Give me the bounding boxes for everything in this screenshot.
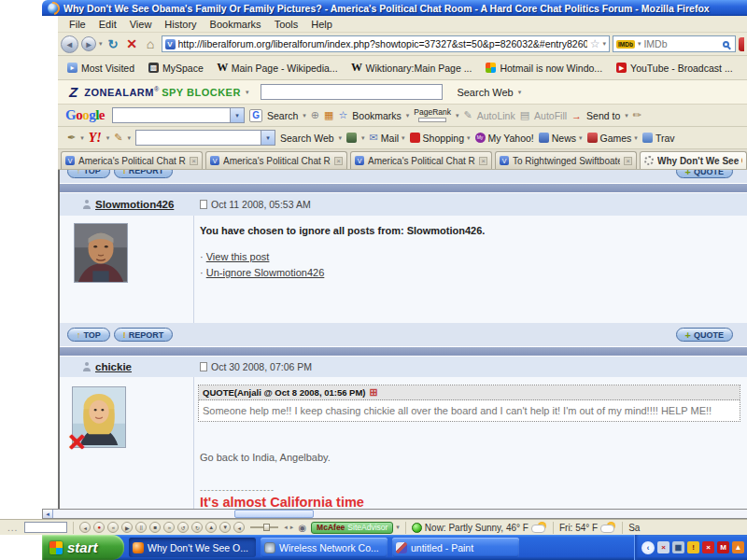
volume-mute-icon[interactable]: ◂ bbox=[233, 522, 245, 533]
taskbar-task-firefox[interactable]: Why Don't We See O... bbox=[129, 538, 256, 557]
player-shuffle-icon[interactable]: ↻ bbox=[191, 522, 203, 533]
pagerank-dropdown-icon[interactable]: ▾ bbox=[456, 112, 459, 119]
zonealarm-search-dropdown-icon[interactable]: ▾ bbox=[518, 89, 522, 96]
report-button[interactable]: !REPORT bbox=[114, 170, 174, 178]
google-g-icon[interactable]: G bbox=[249, 109, 262, 122]
security-warning-icon[interactable]: ! bbox=[687, 541, 699, 553]
player-rewind-icon[interactable]: « bbox=[107, 522, 119, 533]
player-play-icon[interactable]: ▶ bbox=[121, 522, 133, 533]
expand-quote-icon[interactable]: ⊞ bbox=[370, 388, 378, 397]
yahoo-search-input[interactable] bbox=[136, 131, 261, 145]
eye-icon[interactable]: ◉ bbox=[298, 523, 306, 533]
bookmark-star-icon[interactable]: ☆ bbox=[590, 37, 600, 50]
post1-author-link[interactable]: Slowmotion426 bbox=[95, 199, 174, 210]
url-dropdown-icon[interactable]: ▾ bbox=[602, 40, 606, 48]
bookmark-myspace[interactable]: ▩MySpace bbox=[148, 63, 204, 74]
view-this-post-link[interactable]: View this post bbox=[206, 251, 270, 262]
pencil-dropdown-icon[interactable]: ▾ bbox=[127, 134, 131, 142]
player-down-icon[interactable]: ▼ bbox=[219, 522, 231, 533]
bookmark-wikipedia[interactable]: WMain Page - Wikipedia... bbox=[218, 63, 338, 74]
highlighter-icon[interactable]: ✏ bbox=[633, 109, 641, 121]
menu-view[interactable]: View bbox=[123, 18, 159, 31]
post2-author-link[interactable]: chickie bbox=[95, 361, 132, 372]
collapse-chevron-icon[interactable]: ‹ bbox=[641, 541, 655, 554]
bookmark-most-visited[interactable]: ▸Most Visited bbox=[67, 63, 134, 74]
google-sendto-button[interactable]: Send to bbox=[586, 110, 620, 121]
menu-history[interactable]: History bbox=[158, 18, 203, 31]
yahoo-travel-button[interactable]: Trav bbox=[642, 133, 675, 144]
weather-friday[interactable]: Fri: 54° F bbox=[559, 523, 598, 533]
bookmark-youtube[interactable]: ▶YouTube - Broadcast ... bbox=[616, 63, 733, 74]
shield-icon[interactable] bbox=[346, 133, 357, 143]
tab-close-icon[interactable]: × bbox=[190, 157, 198, 165]
menu-edit[interactable]: Edit bbox=[92, 18, 123, 31]
pencil-icon[interactable]: ✎ bbox=[114, 132, 122, 144]
bookmarks-star-icon[interactable]: ☆ bbox=[338, 109, 347, 121]
zonealarm-search-button[interactable]: Search Web bbox=[457, 87, 513, 98]
weather-next-clipped[interactable]: Sa bbox=[628, 523, 640, 533]
mcafee-dropdown-icon[interactable]: ▾ bbox=[396, 524, 400, 531]
home-button[interactable]: ⌂ bbox=[143, 36, 159, 51]
tab-4[interactable]: VTo Rightwinged Swiftboaters...× bbox=[495, 151, 637, 169]
scroll-left-icon[interactable]: ◂ bbox=[43, 510, 53, 518]
mcafee-siteadvisor-badge[interactable]: McAfeeSiteAdvisor bbox=[311, 522, 393, 534]
report-button[interactable]: !REPORT bbox=[114, 328, 174, 342]
zonealarm-dropdown-icon[interactable]: ▾ bbox=[246, 89, 249, 96]
tab-3[interactable]: VAmerica's Political Chat Room...× bbox=[350, 151, 492, 169]
taskbar-task-paint[interactable]: untitled - Paint bbox=[392, 538, 519, 557]
refresh-button[interactable]: ↻ bbox=[106, 37, 121, 51]
player-repeat-icon[interactable]: ↺ bbox=[177, 522, 189, 533]
player-eject-icon[interactable]: ▲ bbox=[205, 522, 217, 533]
back-button[interactable]: ◂ bbox=[61, 35, 78, 53]
horizontal-scrollbar[interactable]: ◂ bbox=[42, 509, 747, 519]
google-combo-dropdown-icon[interactable]: ▾ bbox=[230, 108, 244, 122]
yahoo-search-button[interactable]: Search Web bbox=[280, 133, 334, 144]
scrollbar-thumb[interactable] bbox=[234, 510, 314, 518]
search-input[interactable] bbox=[643, 38, 720, 49]
sendto-dropdown-icon[interactable]: ▾ bbox=[625, 112, 628, 119]
network-icon[interactable]: ▩ bbox=[672, 541, 684, 553]
top-button[interactable]: ↑TOP bbox=[67, 328, 110, 342]
menu-help[interactable]: Help bbox=[304, 18, 339, 31]
player-prev-track-icon[interactable]: ◂ bbox=[79, 522, 91, 533]
player-next-icon[interactable]: ▸ bbox=[290, 524, 294, 531]
yahoo-my-yahoo-button[interactable]: MyMy Yahoo! bbox=[475, 133, 534, 144]
yahoo-mail-button[interactable]: ✉Mail▾ bbox=[370, 132, 405, 144]
history-dropdown-icon[interactable]: ▾ bbox=[99, 40, 103, 48]
taskbar-task-wireless[interactable]: Wireless Network Co... bbox=[261, 538, 388, 557]
url-input[interactable] bbox=[178, 38, 587, 49]
forward-button[interactable]: ▸ bbox=[81, 36, 96, 51]
menu-bookmarks[interactable]: Bookmarks bbox=[204, 18, 268, 31]
pagerank-widget[interactable]: PageRank bbox=[414, 108, 451, 122]
tab-close-icon[interactable]: × bbox=[479, 157, 487, 165]
alert-icon[interactable]: ▲ bbox=[732, 541, 744, 553]
yahoo-logo-dropdown-icon[interactable]: ▾ bbox=[106, 134, 110, 142]
unignore-link[interactable]: Un-ignore Slowmotion426 bbox=[206, 267, 325, 278]
quote-button[interactable]: +QUOTE bbox=[676, 170, 733, 178]
volume-slider-thumb[interactable] bbox=[263, 524, 270, 531]
menu-file[interactable]: File bbox=[63, 18, 92, 31]
mcafee-tray-icon[interactable]: M bbox=[717, 541, 729, 553]
search-icon[interactable] bbox=[723, 41, 729, 48]
blocked-icon[interactable]: × bbox=[702, 541, 714, 553]
bookmark-hotmail[interactable]: Hotmail is now Windo... bbox=[486, 63, 602, 74]
player-back-icon[interactable]: ◂ bbox=[284, 524, 288, 531]
menu-tools[interactable]: Tools bbox=[268, 18, 305, 31]
search-engine-icon[interactable]: IMDb bbox=[616, 40, 635, 49]
yahoo-logo[interactable]: Y! bbox=[89, 131, 102, 146]
player-pause-icon[interactable]: || bbox=[135, 522, 147, 533]
status-input[interactable] bbox=[24, 522, 67, 533]
google-bookmarks-dropdown-icon[interactable]: ▾ bbox=[406, 112, 410, 119]
zonealarm-search-input[interactable] bbox=[261, 84, 443, 100]
top-button[interactable]: ↑TOP bbox=[67, 170, 110, 178]
player-forward-icon[interactable]: » bbox=[163, 522, 175, 533]
yahoo-games-button[interactable]: Games▾ bbox=[587, 133, 638, 144]
google-bookmarks-button[interactable]: Bookmarks bbox=[352, 110, 402, 121]
yahoo-search-dropdown-icon[interactable]: ▾ bbox=[339, 134, 343, 142]
quill-dropdown-icon[interactable]: ▾ bbox=[80, 134, 84, 142]
google-search-input[interactable] bbox=[113, 108, 230, 122]
player-stop-icon[interactable]: ■ bbox=[149, 522, 161, 533]
tab-close-icon[interactable]: × bbox=[334, 157, 343, 165]
stop-button[interactable]: ✕ bbox=[124, 36, 140, 51]
search-engine-dropdown-icon[interactable]: ▾ bbox=[638, 40, 641, 48]
